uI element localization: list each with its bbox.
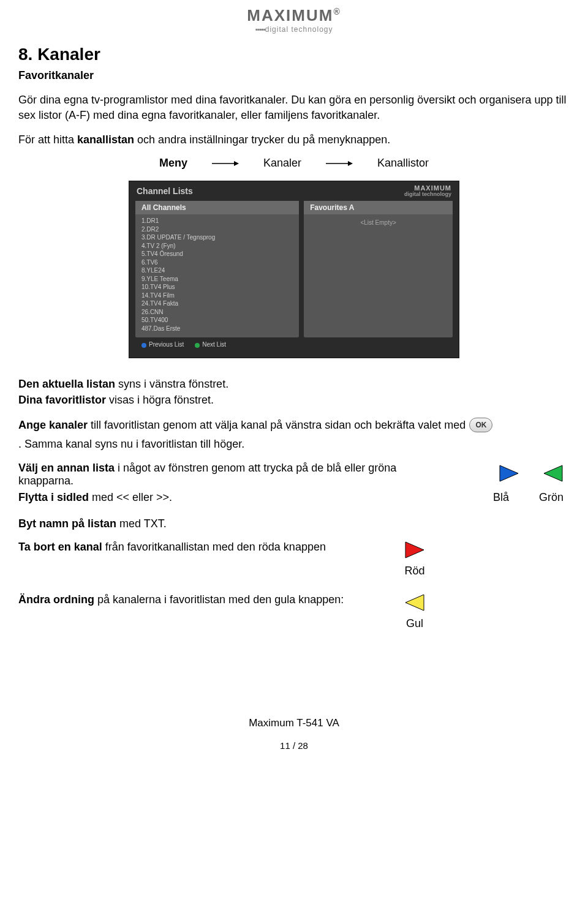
menu-breadcrumb: Meny Kanaler Kanallistor (18, 157, 570, 170)
ss-all-channels-panel: All Channels 1.DR12.DR23.DR UPDATE / Teg… (135, 201, 299, 337)
ss-channel-item: 8.YLE24 (141, 266, 293, 275)
ss-channel-item: 487.Das Erste (141, 325, 293, 333)
fav-list-note: Dina favoritlistor visas i högra fönstre… (18, 393, 570, 407)
svg-marker-7 (405, 595, 424, 611)
current-list-note: Den aktuella listan syns i vänstra fönst… (18, 377, 570, 391)
ss-channel-item: 2.DR2 (141, 225, 293, 234)
brand-header: MAXIMUM® ▪▪▪▪▪digital technology (18, 6, 570, 34)
ss-channel-item: 1.DR1 (141, 217, 293, 225)
footer-page-number: 11 / 28 (18, 740, 570, 751)
ss-title: Channel Lists (137, 186, 193, 196)
menu-instruction: För att hitta kanallistan och andra inst… (18, 132, 570, 147)
reorder-instruction: Ändra ordning på kanalerna i favoritlist… (18, 593, 361, 606)
ss-channel-item: 24.TV4 Fakta (141, 299, 293, 308)
blue-triangle-icon (499, 464, 519, 486)
arrow-right-icon (326, 160, 353, 167)
ok-button-icon: OK (469, 418, 492, 432)
ss-brand: MAXIMUM digital technology (404, 185, 451, 197)
label-blue: Blå (490, 491, 512, 504)
section-heading: 8. Kanaler (18, 45, 570, 64)
label-yellow: Gul (406, 617, 423, 630)
ss-channel-list: 1.DR12.DR23.DR UPDATE / Tegnsprog4.TV 2 … (135, 214, 299, 337)
green-triangle-icon (543, 464, 564, 486)
delete-channel-instruction: Ta bort en kanal från favoritkanallistan… (18, 541, 361, 554)
svg-marker-4 (500, 465, 518, 481)
ss-prev-list: Previous List (141, 341, 184, 348)
move-sideways-instruction: Flytta i sidled med << eller >>. (18, 491, 172, 504)
ss-channel-item: 50.TV400 (141, 316, 293, 325)
ss-channel-item: 10.TV4 Plus (141, 283, 293, 291)
arrow-right-icon (212, 160, 239, 167)
green-dot-icon (195, 343, 200, 348)
svg-marker-3 (348, 161, 353, 166)
ss-right-header: Favourites A (304, 201, 453, 214)
rename-instruction: Byt namn på listan med TXT. (18, 516, 570, 531)
add-channel-instruction: Ange kanaler till favoritlistan genom at… (18, 418, 570, 452)
label-red: Röd (404, 565, 424, 577)
svg-marker-6 (405, 542, 424, 558)
ss-channel-item: 4.TV 2 (Fyn) (141, 242, 293, 250)
choose-list-instruction: Välj en annan lista i något av fönstren … (18, 462, 441, 487)
ss-footer: Previous List Next List (129, 337, 459, 351)
ss-channel-item: 6.TV6 (141, 258, 293, 267)
footer-model: Maximum T-541 VA (18, 717, 570, 729)
svg-marker-5 (544, 465, 562, 481)
ss-channel-item: 14.TV4 Film (141, 291, 293, 300)
subheading-favoritkanaler: Favoritkanaler (18, 68, 570, 83)
blue-dot-icon (141, 343, 146, 348)
intro-paragraph: Gör dina egna tv-programlistor med dina … (18, 92, 570, 122)
ss-favourites-panel: Favourites A <List Empty> (304, 201, 453, 337)
brand-tagline: ▪▪▪▪▪digital technology (18, 25, 570, 34)
ss-next-list: Next List (195, 341, 226, 348)
ss-channel-item: 9.YLE Teema (141, 275, 293, 284)
breadcrumb-kanaler: Kanaler (263, 157, 301, 170)
label-green: Grön (539, 491, 561, 504)
yellow-triangle-icon (404, 593, 425, 615)
ss-left-header: All Channels (135, 201, 299, 214)
ss-empty-label: <List Empty> (310, 217, 447, 226)
device-screenshot: Channel Lists MAXIMUM digital technology… (129, 181, 459, 358)
svg-marker-1 (234, 161, 239, 166)
ss-channel-item: 5.TV4 Öresund (141, 250, 293, 258)
breadcrumb-kanallistor: Kanallistor (377, 157, 429, 170)
ss-channel-item: 3.DR UPDATE / Tegnsprog (141, 233, 293, 242)
brand-logo-text: MAXIMUM® (18, 6, 570, 25)
ss-channel-item: 26.CNN (141, 308, 293, 317)
breadcrumb-meny: Meny (159, 157, 187, 170)
red-triangle-icon (404, 541, 425, 562)
